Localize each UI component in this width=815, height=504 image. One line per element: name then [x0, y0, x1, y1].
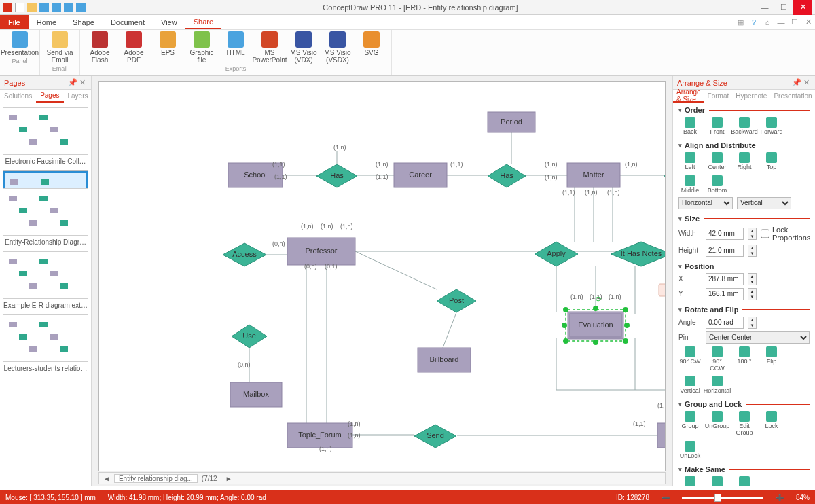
middle-button[interactable]: Middle	[678, 175, 702, 194]
horizontal-button[interactable]: Horizontal	[706, 376, 729, 395]
close2p-icon[interactable]: ✕	[801, 78, 811, 87]
tab-nav[interactable]: ◄	[99, 475, 114, 482]
send-email-button[interactable]: Send via Email	[44, 31, 75, 64]
redo-icon[interactable]	[52, 3, 61, 12]
tab-nav-next[interactable]: ►	[221, 475, 236, 482]
thumb-3[interactable]: Example E-R diagram ext…	[3, 251, 88, 309]
close2-icon[interactable]: ✕	[801, 15, 815, 29]
pages-title: Pages	[4, 79, 68, 87]
center-button[interactable]: Center	[706, 152, 729, 171]
maximize-button[interactable]: ☐	[774, 0, 793, 15]
right-button[interactable]: Right	[733, 152, 756, 171]
pin-select[interactable]: Center-Center	[706, 331, 810, 344]
pin2-icon[interactable]: 📌	[792, 78, 801, 87]
close-button[interactable]: ✕	[793, 0, 812, 15]
document-tab[interactable]: Document	[103, 15, 153, 29]
90-cw-button[interactable]: 90° CW	[678, 346, 702, 372]
180--button[interactable]: 180 °	[733, 346, 756, 372]
front-button[interactable]: Front	[706, 117, 729, 136]
size-button[interactable]: Size	[678, 476, 702, 486]
export-svg-button[interactable]: SVG	[356, 31, 387, 64]
restore-icon[interactable]: ☐	[788, 15, 801, 29]
align-heading: Align and Distribute	[678, 141, 810, 149]
svg-text:(1,n): (1,n)	[570, 293, 583, 300]
y-input[interactable]	[706, 288, 744, 300]
unlock-button[interactable]: UnLock	[678, 441, 702, 460]
vert-select[interactable]: Vertical	[737, 197, 791, 209]
share-tab[interactable]: Share	[185, 15, 221, 29]
forward-button[interactable]: Forward	[760, 117, 783, 136]
height-input[interactable]	[706, 245, 744, 257]
min-icon[interactable]: —	[774, 15, 788, 29]
export-ms-powerpoint-button[interactable]: MS PowerPoint	[254, 31, 285, 64]
minimize-button[interactable]: —	[755, 0, 774, 15]
close-panel-icon[interactable]: ✕	[77, 78, 87, 87]
horiz-select[interactable]: Horizontal	[678, 197, 733, 209]
svg-text:Evaluation: Evaluation	[578, 321, 613, 329]
thumb-2[interactable]: Entity-Relationship Diagr…	[3, 188, 88, 246]
status-id: ID: 128278	[616, 494, 649, 501]
view-tab[interactable]: View	[153, 15, 185, 29]
save-icon[interactable]	[64, 3, 73, 12]
pin-icon[interactable]: 📌	[68, 78, 77, 87]
home-icon[interactable]: ⌂	[761, 15, 774, 29]
export-ms-visio-vdx--button[interactable]: MS Visio (VDX)	[288, 31, 319, 64]
svg-text:Has: Has	[330, 171, 344, 179]
lock-proportions[interactable]	[761, 228, 769, 240]
height-button[interactable]: Height	[733, 476, 756, 486]
ungroup-button[interactable]: UnGroup	[706, 411, 729, 437]
export-adobe-pdf-button[interactable]: Adobe PDF	[118, 31, 149, 64]
qat-icon[interactable]	[3, 3, 12, 12]
help-icon[interactable]: ?	[747, 15, 761, 29]
export-ms-visio-vsdx--button[interactable]: MS Visio (VSDX)	[322, 31, 353, 64]
width-button[interactable]: Width	[706, 476, 729, 486]
edit-group-button[interactable]: Edit Group	[733, 411, 756, 437]
top-button[interactable]: Top	[760, 152, 783, 171]
arrsize-tab[interactable]: Arrange & Size	[673, 90, 704, 103]
svg-text:Use: Use	[242, 331, 256, 340]
90-ccw-button[interactable]: 90° CCW	[706, 346, 729, 372]
presentation-button[interactable]: Presentation	[4, 31, 35, 56]
open-icon[interactable]	[27, 3, 37, 12]
svg-text:School: School	[244, 170, 267, 179]
format-tab[interactable]: Format	[704, 90, 733, 103]
left-button[interactable]: Left	[678, 152, 702, 171]
new-icon[interactable]	[15, 3, 24, 12]
svg-marker-71	[664, 164, 665, 187]
zoom-slider[interactable]	[682, 497, 763, 499]
presentation-tab[interactable]: Presentation	[770, 90, 815, 103]
grid-icon[interactable]: ▦	[734, 15, 747, 29]
thumb-0[interactable]: Electronic Facsimile Coll…	[3, 107, 88, 165]
zoom-out-icon[interactable]: ➖	[662, 494, 670, 501]
canvas[interactable]: PeriodSchoolCareerMatterBibliographyProf…	[98, 81, 666, 471]
export-eps-button[interactable]: EPS	[152, 31, 183, 64]
thumb-1[interactable]: Entity relationship diagram	[3, 170, 88, 183]
sheet-tab[interactable]: Entity relationship diag...	[114, 474, 198, 483]
vertical-button[interactable]: Vertical	[678, 376, 702, 395]
hypernote-tab[interactable]: Hypernote	[732, 90, 770, 103]
preview-icon[interactable]	[76, 3, 86, 12]
flip-button[interactable]: Flip	[760, 346, 783, 372]
shape-tab[interactable]: Shape	[65, 15, 103, 29]
layers-tab[interactable]: Layers	[64, 90, 92, 103]
export-adobe-flash-button[interactable]: Adobe Flash	[84, 31, 115, 64]
svg-point-63	[563, 338, 568, 344]
backward-button[interactable]: Backward	[733, 117, 756, 136]
group-button[interactable]: Group	[678, 411, 702, 437]
status-size: Width: 41.98 mm; Height: 20.99 mm; Angle…	[108, 494, 266, 501]
x-input[interactable]	[706, 273, 744, 285]
undo-icon[interactable]	[39, 3, 49, 12]
file-tab[interactable]: File	[0, 15, 29, 29]
angle-input[interactable]	[706, 317, 744, 329]
back-button[interactable]: Back	[678, 117, 702, 136]
pages-tab[interactable]: Pages	[36, 90, 63, 103]
bottom-button[interactable]: Bottom	[706, 175, 729, 194]
solutions-tab[interactable]: Solutions	[0, 90, 36, 103]
zoom-in-icon[interactable]: ➕	[776, 494, 784, 501]
width-input[interactable]	[706, 228, 744, 240]
export-graphic-file-button[interactable]: Graphic file	[186, 31, 217, 64]
export-html-button[interactable]: HTML	[220, 31, 251, 64]
home-tab[interactable]: Home	[29, 15, 65, 29]
thumb-4[interactable]: Lecturers-students relatio…	[3, 314, 88, 372]
lock-button[interactable]: Lock	[760, 411, 783, 437]
